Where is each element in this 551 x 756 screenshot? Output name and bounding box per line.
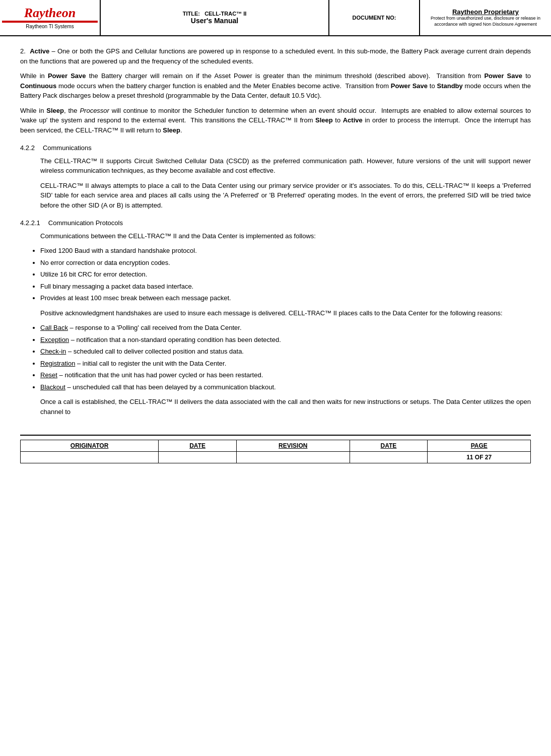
sec422-num: 4.2.2 <box>20 143 35 153</box>
call-reason-callback: Call Back – response to a 'Polling' call… <box>40 323 531 333</box>
proprietary-text: Protect from unauthorized use, disclosur… <box>424 16 547 27</box>
checkin-text: – scheduled call to deliver collected po… <box>68 348 244 355</box>
reset-text: – notification that the unit has had pow… <box>59 371 263 379</box>
title-main2: User's Manual <box>191 17 238 25</box>
proprietary-title: Raytheon Proprietary <box>452 8 519 16</box>
active-bold2: Active <box>343 116 363 124</box>
date2-header: DATE <box>350 440 428 452</box>
date2-value <box>350 452 428 463</box>
callback-text: – response to a 'Polling' call received … <box>70 324 242 331</box>
bullet-4: Full binary messaging a packet data base… <box>40 282 531 292</box>
active-text: One or both the GPS and Cellular functio… <box>20 47 531 65</box>
raytheon-logo: Raytheon <box>24 7 76 20</box>
page-footer: ORIGINATOR DATE REVISION DATE PAGE 11 OF… <box>20 435 531 463</box>
docno-label: DOCUMENT NO: <box>353 15 396 21</box>
page-header: Raytheon Raytheon TI Systems TITLE: CELL… <box>0 0 551 36</box>
standby-bold: Standby <box>437 82 462 90</box>
power-save-bold3: Power Save <box>391 82 428 90</box>
active-term: Active <box>30 47 49 55</box>
power-save-para1: While in Power Save the Battery charger … <box>20 71 531 101</box>
blackout-text: – unscheduled call that has been delayed… <box>67 383 276 391</box>
sec422-heading: 4.2.2 Communications <box>20 143 531 153</box>
logo-bar <box>2 21 98 23</box>
logo-subtitle: Raytheon TI Systems <box>26 24 74 29</box>
title-label: TITLE: <box>183 11 200 17</box>
date1-header: DATE <box>159 440 237 452</box>
callback-term: Call Back <box>40 324 68 331</box>
item2-block: 2. Active – One or both the GPS and Cell… <box>20 46 531 135</box>
sec4221-label: Communication Protocols <box>48 218 123 228</box>
proprietary-block: Raytheon Proprietary Protect from unauth… <box>420 0 551 35</box>
revision-header: REVISION <box>237 440 350 452</box>
reset-term: Reset <box>40 371 57 379</box>
exception-term: Exception <box>40 336 69 343</box>
sec4221-intro: Communications between the CELL-TRAC™ II… <box>40 231 531 241</box>
blackout-term: Blackout <box>40 383 65 391</box>
item2-para: 2. Active – One or both the GPS and Cell… <box>20 46 531 66</box>
bullet-2: No error correction or data encryption c… <box>40 258 531 268</box>
registration-text: – initial call to register the unit with… <box>77 360 226 367</box>
sec422-para1: The CELL-TRAC™ II supports Circuit Switc… <box>40 156 531 176</box>
call-reason-registration: Registration – initial call to register … <box>40 359 531 369</box>
revision-value <box>237 452 350 463</box>
checkin-term: Check-in <box>40 348 66 355</box>
processor-italic: Processor <box>80 107 109 114</box>
footer-table: ORIGINATOR DATE REVISION DATE PAGE 11 OF… <box>20 440 531 463</box>
sec422-para2: CELL-TRAC™ II always attempts to place a… <box>40 181 531 211</box>
sleep-bold: Sleep <box>46 107 64 114</box>
protocol-bullets: Fixed 1200 Baud with a standard handshak… <box>40 246 531 303</box>
sec4221-heading: 4.2.2.1 Communication Protocols <box>20 218 531 228</box>
call-reason-exception: Exception – notification that a non-stan… <box>40 335 531 345</box>
sec4221-num: 4.2.2.1 <box>20 218 40 228</box>
sec4221-block: 4.2.2.1 Communication Protocols Communic… <box>20 218 531 417</box>
document-number-block: DOCUMENT NO: <box>329 0 420 35</box>
originator-value <box>21 452 159 463</box>
call-reason-checkin: Check-in – scheduled call to deliver col… <box>40 347 531 357</box>
bullet-1: Fixed 1200 Baud with a standard handshak… <box>40 246 531 256</box>
continuous-bold: Continuous <box>20 82 56 90</box>
footer-header-row: ORIGINATOR DATE REVISION DATE PAGE <box>21 440 531 452</box>
exception-text: – notification that a non-standard opera… <box>71 336 281 343</box>
page-number: 11 OF 27 <box>428 452 531 463</box>
ack-para: Positive acknowledgment handshakes are u… <box>40 308 531 318</box>
registration-term: Registration <box>40 360 75 367</box>
closing-text: Once a call is established, the CELL-TRA… <box>40 397 531 417</box>
active-dash: – <box>51 47 57 55</box>
call-reason-blackout: Blackout – unscheduled call that has bee… <box>40 382 531 392</box>
power-save-bold1: Power Save <box>48 72 86 80</box>
title-main1: CELL-TRAC™ II <box>204 11 246 17</box>
sleep-bold2: Sleep <box>315 116 333 124</box>
footer-value-row: 11 OF 27 <box>21 452 531 463</box>
date1-value <box>159 452 237 463</box>
sec422-label: Communications <box>43 143 92 153</box>
logo-block: Raytheon Raytheon TI Systems <box>0 0 101 35</box>
sleep-para: While in Sleep, the Processor will conti… <box>20 106 531 135</box>
call-reason-reset: Reset – notification that the unit has h… <box>40 370 531 380</box>
sec422-block: 4.2.2 Communications The CELL-TRAC™ II s… <box>20 143 531 210</box>
main-content: 2. Active – One or both the GPS and Cell… <box>0 36 551 435</box>
call-reasons-list: Call Back – response to a 'Polling' call… <box>40 323 531 392</box>
power-save-bold2: Power Save <box>484 72 522 80</box>
page-header: PAGE <box>428 440 531 452</box>
originator-header: ORIGINATOR <box>21 440 159 452</box>
bullet-3: Utilize 16 bit CRC for error detection. <box>40 269 531 280</box>
document-title-block: TITLE: CELL-TRAC™ II User's Manual <box>101 0 329 35</box>
sleep-bold3: Sleep <box>163 126 180 134</box>
bullet-5: Provides at least 100 msec break between… <box>40 293 531 303</box>
